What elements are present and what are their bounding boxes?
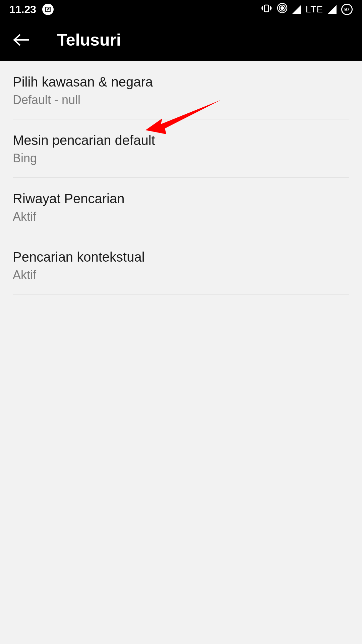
battery-icon: 97 (341, 4, 353, 15)
settings-item-subtitle: Aktif (13, 268, 349, 282)
settings-item-title: Mesin pencarian default (13, 133, 349, 148)
settings-item-search-engine[interactable]: Mesin pencarian default Bing (13, 119, 349, 178)
status-bar: 11.23 LTE (0, 0, 362, 19)
status-bar-right: LTE 97 (261, 3, 353, 16)
back-button[interactable] (13, 32, 29, 48)
svg-point-6 (281, 7, 284, 9)
settings-item-contextual-search[interactable]: Pencarian kontekstual Aktif (13, 236, 349, 294)
settings-item-subtitle: Bing (13, 151, 349, 165)
svg-rect-1 (264, 5, 268, 12)
settings-list: Pilih kawasan & negara Default - null Me… (0, 61, 362, 294)
signal-icon-2 (328, 5, 337, 14)
settings-item-subtitle: Default - null (13, 93, 349, 107)
app-bar: Telusuri (0, 19, 362, 61)
lte-label: LTE (306, 4, 323, 15)
signal-icon (292, 5, 301, 14)
page-title: Telusuri (57, 30, 121, 50)
settings-item-search-history[interactable]: Riwayat Pencarian Aktif (13, 178, 349, 236)
settings-item-region[interactable]: Pilih kawasan & negara Default - null (13, 61, 349, 119)
settings-item-subtitle: Aktif (13, 210, 349, 224)
settings-item-title: Riwayat Pencarian (13, 191, 349, 206)
vibrate-icon (261, 3, 272, 16)
settings-item-title: Pencarian kontekstual (13, 250, 349, 265)
hotspot-icon (277, 3, 288, 16)
battery-level: 97 (344, 7, 350, 12)
app-notification-icon (42, 4, 54, 15)
status-bar-left: 11.23 (9, 3, 54, 16)
settings-item-title: Pilih kawasan & negara (13, 74, 349, 90)
status-time: 11.23 (9, 3, 36, 16)
